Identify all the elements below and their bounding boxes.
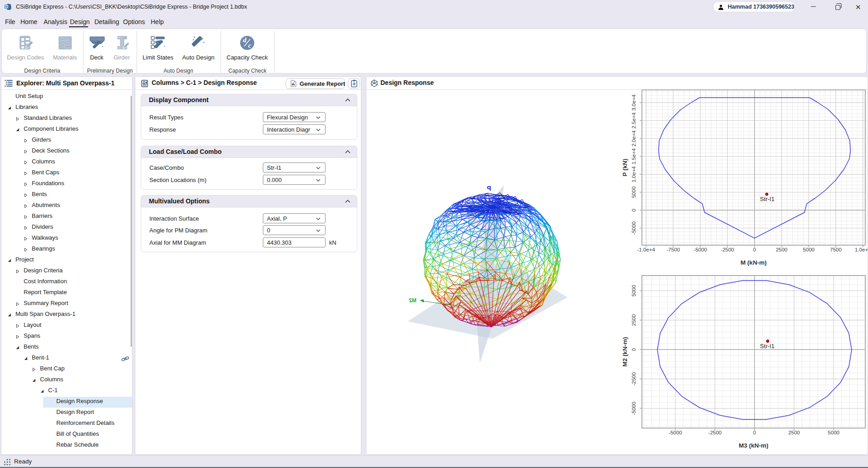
svg-text:7500: 7500 <box>830 247 842 252</box>
svg-text:2.0e+4: 2.0e+4 <box>631 130 636 147</box>
svg-text:1.0e+4: 1.0e+4 <box>631 166 636 182</box>
svg-text:2500: 2500 <box>788 430 800 435</box>
svg-text:5000: 5000 <box>631 187 636 198</box>
svg-text:-5000: -5000 <box>631 402 636 415</box>
svg-text:0: 0 <box>631 348 636 351</box>
svg-text:2.5e+4: 2.5e+4 <box>631 112 636 128</box>
svg-text:1.5e+4: 1.5e+4 <box>631 148 636 164</box>
svg-text:3.0e+4: 3.0e+4 <box>631 94 636 111</box>
svg-text:M (kN-m): M (kN-m) <box>740 259 767 266</box>
svg-text:-7500: -7500 <box>666 247 680 252</box>
svg-text:2500: 2500 <box>776 247 788 252</box>
svg-text:Str-I1: Str-I1 <box>760 343 774 350</box>
svg-text:5000: 5000 <box>803 247 815 252</box>
svg-text:5000: 5000 <box>631 285 636 297</box>
svg-text:-2500: -2500 <box>708 430 721 435</box>
svg-text:c: c <box>248 42 251 49</box>
svg-text:-5000: -5000 <box>631 222 636 235</box>
svg-text:d: d <box>243 36 247 44</box>
svg-text:M2: M2 <box>409 297 416 304</box>
svg-text:-2500: -2500 <box>721 247 734 252</box>
svg-text:Str-I1: Str-I1 <box>760 196 774 202</box>
svg-text:M2 (kN-m): M2 (kN-m) <box>621 337 628 366</box>
svg-text:0: 0 <box>753 430 756 435</box>
svg-text:-5000: -5000 <box>669 430 682 435</box>
svg-text:P: P <box>487 185 491 192</box>
svg-text:-2500: -2500 <box>631 372 636 385</box>
svg-text:P (kN): P (kN) <box>621 159 628 177</box>
svg-text:5000: 5000 <box>828 430 840 435</box>
svg-text:2500: 2500 <box>631 314 636 326</box>
svg-text:M3 (kN-m): M3 (kN-m) <box>739 442 768 449</box>
svg-text:-5000: -5000 <box>694 247 707 252</box>
svg-text:0: 0 <box>631 209 636 212</box>
svg-text:0: 0 <box>753 247 756 252</box>
svg-text:1.0e+4: 1.0e+4 <box>855 247 868 252</box>
svg-text:-1.0e+4: -1.0e+4 <box>637 247 656 252</box>
